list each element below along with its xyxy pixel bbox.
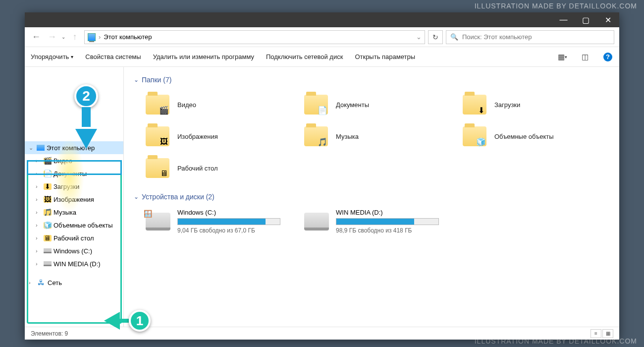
folder-label: Документы xyxy=(336,101,369,109)
tree-item-label: Музыка xyxy=(54,209,76,216)
tree-item-label: Windows (C:) xyxy=(54,247,92,255)
back-button[interactable]: ← xyxy=(30,31,43,44)
tree-item[interactable]: › 🖼 Изображения xyxy=(25,193,123,206)
search-icon: 🔍 xyxy=(450,33,458,41)
folder-label: Видео xyxy=(177,101,196,109)
status-bar: Элементов: 9 ≡ ▦ xyxy=(25,327,619,340)
network-icon: 🖧 xyxy=(37,278,46,287)
open-settings-button[interactable]: Открыть параметры xyxy=(355,53,415,60)
folder-label: Музыка xyxy=(336,133,359,140)
tree-item[interactable]: › WIN MEDIA (D:) xyxy=(25,257,123,270)
tiles-view-button[interactable]: ▦ xyxy=(602,329,613,338)
folder-icon: 🖼 xyxy=(44,196,52,203)
navigation-tree: ⌄ Этот компьютер › 🎬 Видео› 📄 Документы›… xyxy=(25,67,124,327)
breadcrumb-location[interactable]: Этот компьютер xyxy=(104,33,152,41)
search-placeholder: Поиск: Этот компьютер xyxy=(462,33,532,41)
help-button[interactable]: ? xyxy=(602,52,613,62)
chevron-right-icon[interactable]: › xyxy=(36,183,42,189)
titlebar: — ▢ ✕ xyxy=(25,12,619,27)
tree-item-label: Видео xyxy=(54,157,72,165)
preview-pane-button[interactable]: ◫ xyxy=(580,52,590,62)
folder-icon: 📄 xyxy=(304,95,328,115)
folder-label: Объемные объекты xyxy=(494,133,554,140)
folder-icon: 🧊 xyxy=(463,126,486,146)
chevron-right-icon[interactable]: › xyxy=(36,235,42,241)
folders-section-header[interactable]: ⌄ Папки (7) xyxy=(134,76,609,84)
tree-item[interactable]: › Windows (C:) xyxy=(25,244,123,257)
chevron-down-icon: ⌄ xyxy=(134,193,139,200)
item-count: Элементов: 9 xyxy=(31,330,68,337)
forward-button[interactable]: → xyxy=(46,31,58,44)
folder-icon: 🧊 xyxy=(44,222,52,229)
tree-item-label: WIN MEDIA (D:) xyxy=(54,260,101,268)
folder-icon: 🎬 xyxy=(44,158,52,164)
history-dropdown[interactable]: ⌄ xyxy=(61,34,65,40)
view-options-button[interactable]: ▦▾ xyxy=(557,52,568,62)
folder-icon: 🖼 xyxy=(146,126,169,146)
tree-item-label: Объемные объекты xyxy=(54,222,113,229)
uninstall-program-button[interactable]: Удалить или изменить программу xyxy=(153,53,254,60)
folder-icon: 🖥 xyxy=(146,158,169,178)
drive-icon xyxy=(44,261,52,266)
folder-item[interactable]: 🖼 Изображения xyxy=(144,121,292,151)
minimize-button[interactable]: — xyxy=(552,12,575,27)
tree-item[interactable]: › 🎵 Музыка xyxy=(25,206,123,219)
chevron-right-icon[interactable]: › xyxy=(36,248,42,254)
refresh-button[interactable]: ↻ xyxy=(428,30,443,44)
drives-section-header[interactable]: ⌄ Устройства и диски (2) xyxy=(134,193,609,201)
tree-item[interactable]: › 🖥 Рабочий стол xyxy=(25,231,123,244)
folder-icon: 🎬 xyxy=(146,95,169,115)
tree-this-pc[interactable]: ⌄ Этот компьютер xyxy=(25,141,123,154)
folder-item[interactable]: 🖥 Рабочий стол xyxy=(144,153,292,183)
tree-item-label: Изображения xyxy=(54,196,94,203)
folder-item[interactable]: 🧊 Объемные объекты xyxy=(461,121,609,151)
address-bar: ← → ⌄ ↑ › Этот компьютер ⌄ ↻ 🔍 Поиск: Эт… xyxy=(25,27,619,47)
tree-item-label: Загрузки xyxy=(54,183,79,190)
maximize-button[interactable]: ▢ xyxy=(575,12,597,27)
breadcrumb-path[interactable]: › Этот компьютер ⌄ xyxy=(84,30,425,44)
chevron-right-icon[interactable]: › xyxy=(36,196,42,202)
content-pane: ⌄ Папки (7) 🎬 Видео📄 Документы⬇ Загрузки… xyxy=(124,67,619,327)
organize-button[interactable]: Упорядочить▾ xyxy=(31,53,73,60)
drive-free-text: 9,04 ГБ свободно из 67,0 ГБ xyxy=(177,227,280,234)
close-button[interactable]: ✕ xyxy=(597,12,619,27)
map-network-drive-button[interactable]: Подключить сетевой диск xyxy=(266,53,343,60)
tree-network[interactable]: › 🖧 Сеть xyxy=(25,276,123,289)
chevron-right-icon[interactable]: › xyxy=(36,261,42,267)
chevron-right-icon[interactable]: › xyxy=(36,158,42,164)
chevron-down-icon[interactable]: ⌄ xyxy=(29,145,35,151)
path-dropdown-icon[interactable]: ⌄ xyxy=(416,33,422,41)
chevron-right-icon[interactable]: › xyxy=(36,209,42,215)
tree-item[interactable]: › 🎬 Видео xyxy=(25,154,123,167)
chevron-right-icon[interactable]: › xyxy=(36,171,42,176)
drive-name: Windows (C:) xyxy=(177,209,280,216)
drive-item[interactable]: Windows (C:) 9,04 ГБ свободно из 67,0 ГБ xyxy=(144,207,282,236)
folder-icon: 🎵 xyxy=(304,126,328,146)
folder-icon: 🎵 xyxy=(44,209,52,216)
tree-item[interactable]: › 🧊 Объемные объекты xyxy=(25,219,123,231)
drive-free-text: 98,9 ГБ свободно из 418 ГБ xyxy=(336,227,439,234)
details-view-button[interactable]: ≡ xyxy=(590,329,601,338)
chevron-right-icon[interactable]: › xyxy=(29,280,35,286)
folder-item[interactable]: 🎬 Видео xyxy=(144,90,292,119)
folder-icon: ⬇ xyxy=(463,95,486,115)
folder-icon: 📄 xyxy=(44,171,52,177)
chevron-right-icon[interactable]: › xyxy=(36,222,42,228)
folder-label: Рабочий стол xyxy=(177,165,218,172)
folder-item[interactable]: 📄 Документы xyxy=(302,90,451,119)
up-button[interactable]: ↑ xyxy=(68,31,81,44)
folder-item[interactable]: ⬇ Загрузки xyxy=(461,90,609,119)
search-box[interactable]: 🔍 Поиск: Этот компьютер xyxy=(446,30,614,44)
folder-item[interactable]: 🎵 Музыка xyxy=(302,121,451,151)
folder-icon: ⬇ xyxy=(44,183,52,190)
tree-item-label: Документы xyxy=(54,170,87,177)
drive-item[interactable]: WIN MEDIA (D:) 98,9 ГБ свободно из 418 Г… xyxy=(302,207,441,236)
system-properties-button[interactable]: Свойства системы xyxy=(85,53,141,60)
tree-item-label: Рабочий стол xyxy=(54,234,94,242)
drive-usage-bar xyxy=(177,218,280,225)
chevron-down-icon: ⌄ xyxy=(134,76,139,83)
tree-item[interactable]: › 📄 Документы xyxy=(25,167,123,180)
folder-label: Изображения xyxy=(177,133,218,140)
drive-name: WIN MEDIA (D:) xyxy=(336,209,439,216)
tree-item[interactable]: › ⬇ Загрузки xyxy=(25,180,123,193)
